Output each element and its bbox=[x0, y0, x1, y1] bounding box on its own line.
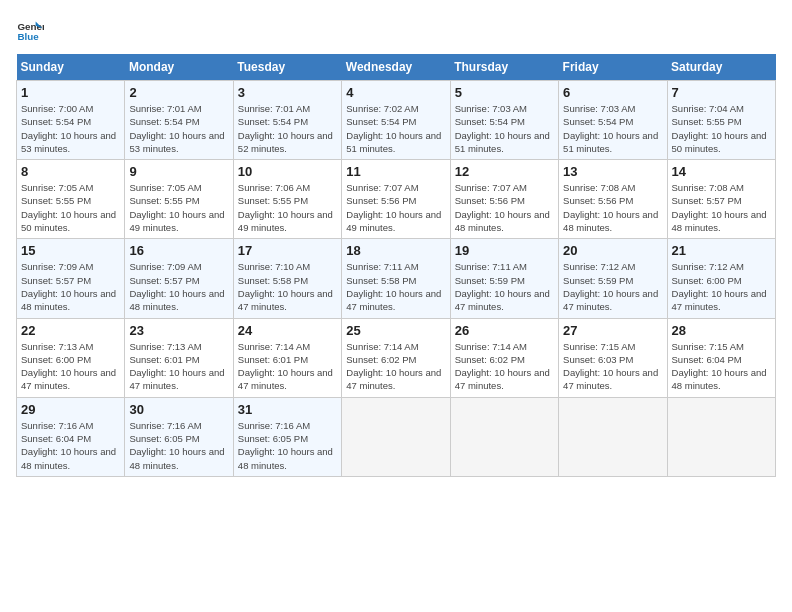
calendar-day-9: 9 Sunrise: 7:05 AM Sunset: 5:55 PM Dayli… bbox=[125, 160, 233, 239]
day-number: 19 bbox=[455, 243, 554, 258]
calendar-day-24: 24 Sunrise: 7:14 AM Sunset: 6:01 PM Dayl… bbox=[233, 318, 341, 397]
day-number: 20 bbox=[563, 243, 662, 258]
day-number: 23 bbox=[129, 323, 228, 338]
day-info: Sunrise: 7:07 AM Sunset: 5:56 PM Dayligh… bbox=[346, 181, 445, 234]
day-info: Sunrise: 7:09 AM Sunset: 5:57 PM Dayligh… bbox=[129, 260, 228, 313]
calendar-day-3: 3 Sunrise: 7:01 AM Sunset: 5:54 PM Dayli… bbox=[233, 81, 341, 160]
day-info: Sunrise: 7:02 AM Sunset: 5:54 PM Dayligh… bbox=[346, 102, 445, 155]
logo-icon: General Blue bbox=[16, 16, 44, 44]
calendar-day-13: 13 Sunrise: 7:08 AM Sunset: 5:56 PM Dayl… bbox=[559, 160, 667, 239]
calendar-day-16: 16 Sunrise: 7:09 AM Sunset: 5:57 PM Dayl… bbox=[125, 239, 233, 318]
day-info: Sunrise: 7:14 AM Sunset: 6:02 PM Dayligh… bbox=[346, 340, 445, 393]
day-number: 1 bbox=[21, 85, 120, 100]
day-info: Sunrise: 7:01 AM Sunset: 5:54 PM Dayligh… bbox=[238, 102, 337, 155]
day-info: Sunrise: 7:05 AM Sunset: 5:55 PM Dayligh… bbox=[129, 181, 228, 234]
day-number: 2 bbox=[129, 85, 228, 100]
calendar-day-21: 21 Sunrise: 7:12 AM Sunset: 6:00 PM Dayl… bbox=[667, 239, 775, 318]
calendar-day-4: 4 Sunrise: 7:02 AM Sunset: 5:54 PM Dayli… bbox=[342, 81, 450, 160]
day-info: Sunrise: 7:15 AM Sunset: 6:04 PM Dayligh… bbox=[672, 340, 771, 393]
day-number: 17 bbox=[238, 243, 337, 258]
day-info: Sunrise: 7:12 AM Sunset: 5:59 PM Dayligh… bbox=[563, 260, 662, 313]
day-info: Sunrise: 7:12 AM Sunset: 6:00 PM Dayligh… bbox=[672, 260, 771, 313]
weekday-header-row: SundayMondayTuesdayWednesdayThursdayFrid… bbox=[17, 54, 776, 81]
day-number: 11 bbox=[346, 164, 445, 179]
day-info: Sunrise: 7:07 AM Sunset: 5:56 PM Dayligh… bbox=[455, 181, 554, 234]
day-number: 29 bbox=[21, 402, 120, 417]
calendar-week-2: 8 Sunrise: 7:05 AM Sunset: 5:55 PM Dayli… bbox=[17, 160, 776, 239]
weekday-header-saturday: Saturday bbox=[667, 54, 775, 81]
calendar-day-27: 27 Sunrise: 7:15 AM Sunset: 6:03 PM Dayl… bbox=[559, 318, 667, 397]
calendar-day-28: 28 Sunrise: 7:15 AM Sunset: 6:04 PM Dayl… bbox=[667, 318, 775, 397]
day-number: 31 bbox=[238, 402, 337, 417]
weekday-header-wednesday: Wednesday bbox=[342, 54, 450, 81]
calendar-day-30: 30 Sunrise: 7:16 AM Sunset: 6:05 PM Dayl… bbox=[125, 397, 233, 476]
calendar-day-6: 6 Sunrise: 7:03 AM Sunset: 5:54 PM Dayli… bbox=[559, 81, 667, 160]
day-info: Sunrise: 7:00 AM Sunset: 5:54 PM Dayligh… bbox=[21, 102, 120, 155]
weekday-header-tuesday: Tuesday bbox=[233, 54, 341, 81]
calendar-table: SundayMondayTuesdayWednesdayThursdayFrid… bbox=[16, 54, 776, 477]
calendar-day-15: 15 Sunrise: 7:09 AM Sunset: 5:57 PM Dayl… bbox=[17, 239, 125, 318]
day-info: Sunrise: 7:10 AM Sunset: 5:58 PM Dayligh… bbox=[238, 260, 337, 313]
calendar-day-17: 17 Sunrise: 7:10 AM Sunset: 5:58 PM Dayl… bbox=[233, 239, 341, 318]
day-number: 6 bbox=[563, 85, 662, 100]
day-info: Sunrise: 7:11 AM Sunset: 5:58 PM Dayligh… bbox=[346, 260, 445, 313]
calendar-week-5: 29 Sunrise: 7:16 AM Sunset: 6:04 PM Dayl… bbox=[17, 397, 776, 476]
day-number: 25 bbox=[346, 323, 445, 338]
page-header: General Blue bbox=[16, 16, 776, 44]
calendar-week-4: 22 Sunrise: 7:13 AM Sunset: 6:00 PM Dayl… bbox=[17, 318, 776, 397]
calendar-day-1: 1 Sunrise: 7:00 AM Sunset: 5:54 PM Dayli… bbox=[17, 81, 125, 160]
logo: General Blue bbox=[16, 16, 44, 44]
empty-cell bbox=[450, 397, 558, 476]
day-number: 15 bbox=[21, 243, 120, 258]
empty-cell bbox=[559, 397, 667, 476]
day-info: Sunrise: 7:03 AM Sunset: 5:54 PM Dayligh… bbox=[455, 102, 554, 155]
day-number: 26 bbox=[455, 323, 554, 338]
calendar-day-23: 23 Sunrise: 7:13 AM Sunset: 6:01 PM Dayl… bbox=[125, 318, 233, 397]
day-info: Sunrise: 7:06 AM Sunset: 5:55 PM Dayligh… bbox=[238, 181, 337, 234]
calendar-day-19: 19 Sunrise: 7:11 AM Sunset: 5:59 PM Dayl… bbox=[450, 239, 558, 318]
calendar-day-26: 26 Sunrise: 7:14 AM Sunset: 6:02 PM Dayl… bbox=[450, 318, 558, 397]
day-number: 13 bbox=[563, 164, 662, 179]
day-number: 8 bbox=[21, 164, 120, 179]
day-info: Sunrise: 7:13 AM Sunset: 6:01 PM Dayligh… bbox=[129, 340, 228, 393]
day-number: 14 bbox=[672, 164, 771, 179]
day-info: Sunrise: 7:05 AM Sunset: 5:55 PM Dayligh… bbox=[21, 181, 120, 234]
svg-text:Blue: Blue bbox=[17, 31, 39, 42]
day-number: 12 bbox=[455, 164, 554, 179]
day-info: Sunrise: 7:09 AM Sunset: 5:57 PM Dayligh… bbox=[21, 260, 120, 313]
calendar-day-7: 7 Sunrise: 7:04 AM Sunset: 5:55 PM Dayli… bbox=[667, 81, 775, 160]
day-number: 24 bbox=[238, 323, 337, 338]
calendar-day-14: 14 Sunrise: 7:08 AM Sunset: 5:57 PM Dayl… bbox=[667, 160, 775, 239]
day-number: 30 bbox=[129, 402, 228, 417]
day-info: Sunrise: 7:03 AM Sunset: 5:54 PM Dayligh… bbox=[563, 102, 662, 155]
weekday-header-friday: Friday bbox=[559, 54, 667, 81]
empty-cell bbox=[667, 397, 775, 476]
calendar-day-10: 10 Sunrise: 7:06 AM Sunset: 5:55 PM Dayl… bbox=[233, 160, 341, 239]
calendar-day-22: 22 Sunrise: 7:13 AM Sunset: 6:00 PM Dayl… bbox=[17, 318, 125, 397]
calendar-day-5: 5 Sunrise: 7:03 AM Sunset: 5:54 PM Dayli… bbox=[450, 81, 558, 160]
calendar-day-29: 29 Sunrise: 7:16 AM Sunset: 6:04 PM Dayl… bbox=[17, 397, 125, 476]
day-number: 28 bbox=[672, 323, 771, 338]
day-info: Sunrise: 7:16 AM Sunset: 6:04 PM Dayligh… bbox=[21, 419, 120, 472]
day-number: 27 bbox=[563, 323, 662, 338]
day-info: Sunrise: 7:11 AM Sunset: 5:59 PM Dayligh… bbox=[455, 260, 554, 313]
day-number: 22 bbox=[21, 323, 120, 338]
day-number: 5 bbox=[455, 85, 554, 100]
empty-cell bbox=[342, 397, 450, 476]
weekday-header-monday: Monday bbox=[125, 54, 233, 81]
day-number: 3 bbox=[238, 85, 337, 100]
day-number: 9 bbox=[129, 164, 228, 179]
calendar-day-31: 31 Sunrise: 7:16 AM Sunset: 6:05 PM Dayl… bbox=[233, 397, 341, 476]
day-info: Sunrise: 7:15 AM Sunset: 6:03 PM Dayligh… bbox=[563, 340, 662, 393]
calendar-day-2: 2 Sunrise: 7:01 AM Sunset: 5:54 PM Dayli… bbox=[125, 81, 233, 160]
day-info: Sunrise: 7:14 AM Sunset: 6:02 PM Dayligh… bbox=[455, 340, 554, 393]
day-info: Sunrise: 7:16 AM Sunset: 6:05 PM Dayligh… bbox=[129, 419, 228, 472]
day-number: 7 bbox=[672, 85, 771, 100]
day-info: Sunrise: 7:16 AM Sunset: 6:05 PM Dayligh… bbox=[238, 419, 337, 472]
day-number: 21 bbox=[672, 243, 771, 258]
calendar-week-3: 15 Sunrise: 7:09 AM Sunset: 5:57 PM Dayl… bbox=[17, 239, 776, 318]
calendar-day-12: 12 Sunrise: 7:07 AM Sunset: 5:56 PM Dayl… bbox=[450, 160, 558, 239]
day-info: Sunrise: 7:14 AM Sunset: 6:01 PM Dayligh… bbox=[238, 340, 337, 393]
day-info: Sunrise: 7:04 AM Sunset: 5:55 PM Dayligh… bbox=[672, 102, 771, 155]
day-number: 18 bbox=[346, 243, 445, 258]
